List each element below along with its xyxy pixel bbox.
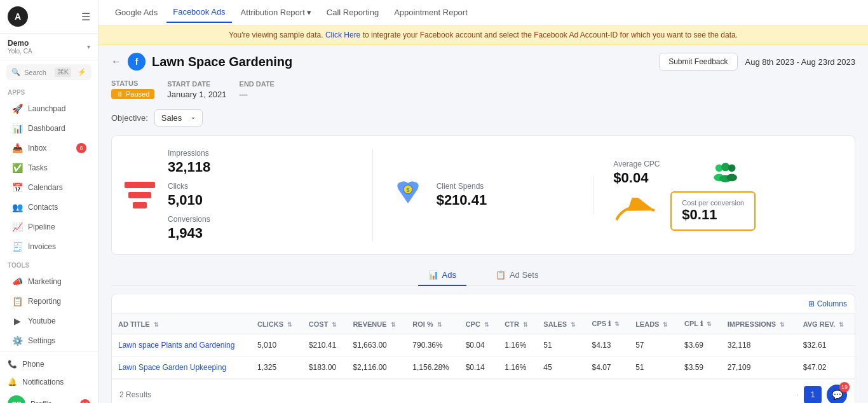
sidebar-item-settings[interactable]: ⚙️ Settings bbox=[4, 331, 94, 350]
end-date-value: — bbox=[240, 90, 275, 99]
youtube-label: Youtube bbox=[28, 317, 56, 325]
sidebar-item-reporting[interactable]: 📋 Reporting bbox=[4, 292, 94, 311]
ad-sets-tab-icon: 📋 bbox=[496, 270, 506, 280]
sidebar-item-calendars[interactable]: 📅 Calendars bbox=[4, 178, 94, 197]
tools-section-label: Tools bbox=[0, 257, 98, 271]
table-row: Lawn space Plants and Gardening 5,010 $2… bbox=[112, 334, 855, 357]
impressions-label: Impressions bbox=[168, 149, 210, 158]
sidebar-item-phone[interactable]: 📞 Phone bbox=[0, 355, 98, 373]
settings-label: Settings bbox=[28, 336, 55, 345]
cost-per-conversion-box: Cost per conversion $0.11 bbox=[670, 191, 756, 231]
columns-button[interactable]: ⊞ Columns bbox=[808, 299, 847, 308]
topnav-call-reporting[interactable]: Call Reporting bbox=[320, 3, 385, 22]
contacts-label: Contacts bbox=[28, 203, 58, 212]
top-navigation: Google Ads Facebook Ads Attribution Repo… bbox=[98, 0, 868, 25]
col-header-impressions[interactable]: IMPRESSIONS ⇅ bbox=[721, 314, 797, 334]
inbox-badge: 6 bbox=[76, 143, 86, 153]
menu-icon[interactable]: ☰ bbox=[81, 11, 90, 23]
phone-label: Phone bbox=[22, 360, 44, 369]
app-items-list: 🚀 Launchpad 📊 Dashboard 📥 Inbox 6 ✅ Task… bbox=[0, 99, 98, 257]
col-header-leads[interactable]: LEADS ⇅ bbox=[629, 314, 678, 334]
topnav-facebook-ads[interactable]: Facebook Ads bbox=[166, 2, 231, 23]
profile-badge: 19 bbox=[80, 399, 90, 403]
sidebar-item-profile[interactable]: CP Profile 19 bbox=[0, 391, 98, 403]
avg-cpc-value: $0.04 bbox=[613, 170, 660, 186]
start-date-block: Start Date January 1, 2021 bbox=[167, 80, 226, 99]
row1-cpc: $0.04 bbox=[459, 334, 499, 357]
row2-sales: 45 bbox=[537, 357, 585, 379]
sidebar-item-marketing[interactable]: 📣 Marketing bbox=[4, 272, 94, 291]
topnav-google-ads[interactable]: Google Ads bbox=[109, 3, 164, 22]
table-toolbar: ⊞ Columns bbox=[112, 294, 855, 314]
row1-avg-rev: $32.61 bbox=[797, 334, 855, 357]
col-header-ad-title[interactable]: AD TITLE ⇅ bbox=[112, 314, 251, 334]
topnav-attribution-report[interactable]: Attribution Report ▾ bbox=[234, 3, 318, 22]
sidebar-item-notifications[interactable]: 🔔 Notifications bbox=[0, 373, 98, 391]
col-header-ctr[interactable]: CTR ⇅ bbox=[498, 314, 537, 334]
search-shortcut: ⌘K bbox=[55, 67, 71, 77]
row1-cost: $210.41 bbox=[302, 334, 347, 357]
row2-ctr: 1.16% bbox=[498, 357, 537, 379]
tab-ad-sets[interactable]: 📋 Ad Sets bbox=[485, 265, 549, 286]
avatar: A bbox=[8, 6, 28, 27]
campaign-info: Status ⏸ Paused Start Date January 1, 20… bbox=[111, 79, 855, 99]
row2-leads: 51 bbox=[629, 357, 678, 379]
page-1-button[interactable]: 1 bbox=[804, 386, 822, 403]
invoices-icon: 🧾 bbox=[11, 242, 23, 252]
col-header-revenue[interactable]: REVENUE ⇅ bbox=[346, 314, 406, 334]
chat-badge: 19 bbox=[839, 382, 850, 392]
col-header-clicks[interactable]: CLICKS ⇅ bbox=[251, 314, 302, 334]
sidebar-item-inbox[interactable]: 📥 Inbox 6 bbox=[4, 139, 94, 158]
status-value: Paused bbox=[126, 90, 149, 98]
calendars-label: Calendars bbox=[28, 183, 63, 192]
col-header-roi[interactable]: ROI % ⇅ bbox=[406, 314, 459, 334]
col-header-cpl[interactable]: CPL ℹ ⇅ bbox=[678, 314, 721, 334]
col-header-cpc[interactable]: CPC ⇅ bbox=[459, 314, 499, 334]
ads-tab-icon: 📊 bbox=[428, 270, 438, 280]
end-date-block: End Date — bbox=[240, 80, 275, 99]
pagination: 1 bbox=[804, 386, 822, 403]
tab-ads[interactable]: 📊 Ads bbox=[418, 265, 466, 286]
sidebar-item-youtube[interactable]: ▶ Youtube bbox=[4, 311, 94, 331]
chat-button[interactable]: 💬 19 bbox=[827, 385, 847, 403]
col-header-cps[interactable]: CPS ℹ ⇅ bbox=[586, 314, 630, 334]
topnav-appointment-report[interactable]: Appointment Report bbox=[388, 3, 474, 22]
row1-revenue: $1,663.00 bbox=[346, 334, 406, 357]
sidebar-account[interactable]: Demo Yolo, CA ▾ bbox=[0, 34, 98, 60]
objective-select[interactable]: Sales Leads Traffic bbox=[154, 109, 203, 126]
back-button[interactable]: ← bbox=[111, 56, 121, 67]
sidebar-item-pipeline[interactable]: 📈 Pipeline bbox=[4, 217, 94, 236]
sidebar-item-contacts[interactable]: 👥 Contacts bbox=[4, 198, 94, 217]
row2-cpc: $0.14 bbox=[459, 357, 499, 379]
row1-title[interactable]: Lawn space Plants and Gardening bbox=[112, 334, 251, 357]
account-location: Yolo, CA bbox=[8, 48, 32, 55]
date-range: Aug 8th 2023 - Aug 23rd 2023 bbox=[745, 57, 855, 67]
col-header-avg-rev[interactable]: AVG REV. ⇅ bbox=[797, 314, 855, 334]
tool-items-list: 📣 Marketing 📋 Reporting ▶ Youtube ⚙️ Set… bbox=[0, 271, 98, 351]
svg-text:$: $ bbox=[406, 187, 409, 193]
banner-link[interactable]: Click Here bbox=[325, 31, 360, 39]
ads-table: AD TITLE ⇅ CLICKS ⇅ COST ⇅ REVENUE ⇅ ROI… bbox=[112, 314, 855, 379]
row2-avg-rev: $47.02 bbox=[797, 357, 855, 379]
client-spends-value: $210.41 bbox=[437, 192, 487, 208]
conversions-value: 1,943 bbox=[168, 225, 210, 242]
clicks-label: Clicks bbox=[168, 182, 210, 191]
sidebar-item-invoices[interactable]: 🧾 Invoices bbox=[4, 237, 94, 256]
col-header-sales[interactable]: SALES ⇅ bbox=[537, 314, 585, 334]
row2-title[interactable]: Lawn Space Garden Upkeeping bbox=[112, 357, 251, 379]
pagination-prev-dots: · bbox=[797, 390, 799, 399]
row1-cpl: $3.69 bbox=[678, 334, 721, 357]
col-header-cost[interactable]: COST ⇅ bbox=[302, 314, 347, 334]
submit-feedback-button[interactable]: Submit Feedback bbox=[659, 53, 737, 71]
sidebar-item-tasks[interactable]: ✅ Tasks bbox=[4, 158, 94, 177]
main-area: Google Ads Facebook Ads Attribution Repo… bbox=[98, 0, 868, 403]
sidebar-item-launchpad[interactable]: 🚀 Launchpad bbox=[4, 99, 94, 118]
search-box[interactable]: 🔍 Search ⌘K ⚡ bbox=[6, 64, 92, 80]
pipeline-label: Pipeline bbox=[28, 222, 55, 231]
sidebar-item-dashboard[interactable]: 📊 Dashboard bbox=[4, 119, 94, 138]
launchpad-label: Launchpad bbox=[28, 104, 65, 113]
row2-clicks: 1,325 bbox=[251, 357, 302, 379]
marketing-icon: 📣 bbox=[11, 277, 23, 287]
profile-label: Profile bbox=[31, 400, 52, 403]
avg-cpc-label: Average CPC bbox=[613, 160, 660, 168]
